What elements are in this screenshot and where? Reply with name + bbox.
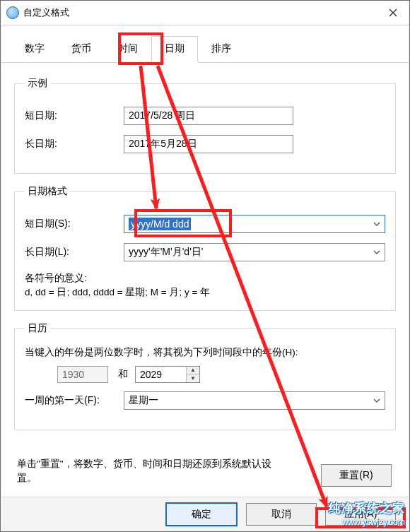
cancel-button-label: 取消 [271, 508, 291, 521]
ok-button[interactable]: 确定 [165, 502, 238, 526]
chevron-down-icon [372, 396, 382, 406]
reset-button-label: 重置(R) [339, 469, 373, 482]
reset-button[interactable]: 重置(R) [321, 464, 392, 487]
reset-note: 单击"重置"，将数字、货币、时间和日期还原到系统默认设置。 [17, 457, 286, 486]
tab-number[interactable]: 数字 [11, 36, 58, 63]
two-digit-year-text: 当键入的年份是两位数字时，将其视为下列时间段中的年份(H): [25, 346, 385, 359]
chevron-down-icon [372, 219, 382, 229]
tab-sort[interactable]: 排序 [198, 36, 245, 63]
long-date-format-value: yyyy'年'M'月'd'日' [129, 246, 204, 259]
year-to-spinner[interactable]: 2029 ▲ ▼ [135, 366, 200, 383]
calendar-legend: 日历 [25, 322, 50, 335]
year-to-value: 2029 [136, 367, 186, 382]
short-date-example-value: 2017/5/28 周日 [124, 107, 293, 125]
example-group: 示例 短日期: 2017/5/28 周日 长日期: 2017年5月28日 [14, 77, 396, 174]
tab-time[interactable]: 时间 [105, 36, 151, 63]
short-date-format-value: yyyy/M/d ddd [129, 218, 191, 230]
format-group: 日期格式 短日期(S): yyyy/M/d ddd 长日期(L): yyyy'年… [14, 185, 396, 311]
long-date-example-label: 长日期: [25, 138, 124, 150]
tab-bar: 数字 货币 时间 日期 排序 [1, 25, 409, 63]
chevron-down-icon [372, 247, 382, 257]
close-icon [389, 8, 397, 17]
first-day-label: 一周的第一天(F): [25, 394, 124, 407]
calendar-group: 日历 当键入的年份是两位数字时，将其视为下列时间段中的年份(H): 1930 和… [14, 322, 396, 430]
watermark-title: 纯净系统之家 [329, 500, 405, 516]
first-day-value: 星期一 [129, 394, 158, 407]
spinner-down-icon[interactable]: ▼ [187, 374, 199, 382]
example-legend: 示例 [25, 77, 50, 90]
watermark: 纯净系统之家 www.ycwjzy.com [329, 500, 405, 527]
window-title: 自定义格式 [23, 6, 69, 19]
tab-currency[interactable]: 货币 [58, 36, 105, 63]
and-label: 和 [118, 368, 128, 381]
short-date-example-text: 2017/5/28 周日 [129, 110, 195, 122]
meaning-text: d, dd = 日; ddd, dddd = 星期; M = 月; y = 年 [25, 285, 385, 300]
short-date-example-label: 短日期: [25, 110, 124, 122]
long-date-example-value: 2017年5月28日 [124, 135, 293, 153]
spinner-buttons[interactable]: ▲ ▼ [186, 367, 199, 382]
watermark-url: www.ycwjzy.com [329, 517, 405, 527]
spinner-up-icon[interactable]: ▲ [187, 367, 199, 375]
dialog-window: 自定义格式 数字 货币 时间 日期 排序 示例 短日期: 2017/5/28 周… [0, 0, 410, 532]
first-day-select[interactable]: 星期一 [124, 391, 385, 410]
close-button[interactable] [377, 1, 409, 25]
year-from-input: 1930 [57, 366, 108, 383]
ok-button-label: 确定 [192, 508, 211, 521]
meaning-label: 各符号的意义: [25, 271, 385, 285]
long-date-format-select[interactable]: yyyy'年'M'月'd'日' [124, 243, 385, 261]
cancel-button[interactable]: 取消 [246, 503, 317, 526]
long-date-example-text: 2017年5月28日 [129, 138, 197, 150]
titlebar: 自定义格式 [1, 1, 409, 25]
format-legend: 日期格式 [25, 185, 70, 198]
short-date-format-select[interactable]: yyyy/M/d ddd [124, 215, 385, 233]
globe-icon [6, 6, 19, 19]
short-date-format-label: 短日期(S): [25, 218, 124, 230]
long-date-format-label: 长日期(L): [25, 246, 124, 259]
year-from-text: 1930 [62, 369, 84, 380]
tab-date[interactable]: 日期 [151, 36, 198, 63]
